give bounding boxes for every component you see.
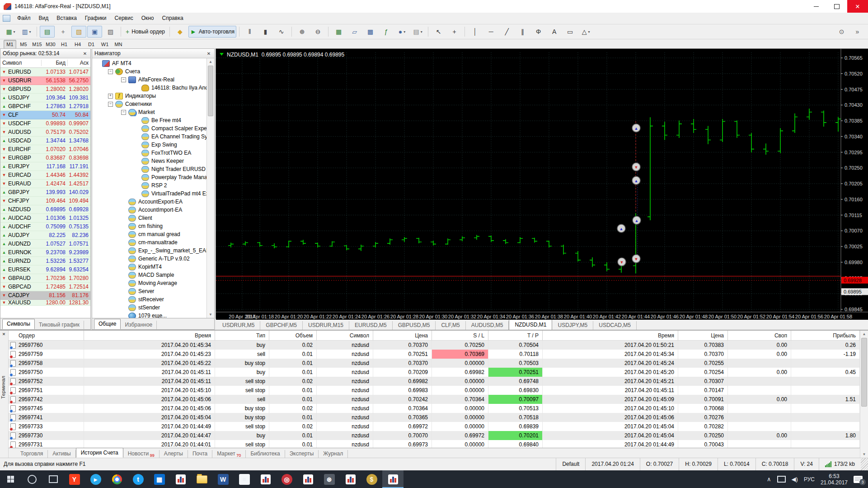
close-icon[interactable]: ✕ <box>82 51 88 56</box>
tree-item[interactable]: −Советники <box>92 100 206 108</box>
tree-item[interactable]: −Market <box>92 108 206 116</box>
symbol-row[interactable]: ▲EURJPY117.168117.191 <box>0 162 90 171</box>
zoom-out-button[interactable]: ⊖ <box>310 26 325 38</box>
new-chart-button[interactable]: ▦▾ <box>3 26 18 38</box>
symbol-row[interactable]: ▲EURNZD1.532261.53277 <box>0 257 90 265</box>
column-header[interactable]: Прибыль <box>791 331 860 341</box>
scrollbar-thumb[interactable] <box>208 66 213 116</box>
order-row[interactable]: 295977512017.04.20 01:45:10sell stop0.01… <box>9 386 860 395</box>
timeframe-m30[interactable]: M30 <box>44 40 57 49</box>
terminal-tab-библиотека[interactable]: Библиотека <box>246 450 285 458</box>
symbol-row[interactable]: ▼GBPUSD1.280021.28020 <box>0 85 90 94</box>
order-row[interactable]: 295977312017.04.20 01:44:01sell stop0.01… <box>9 440 860 448</box>
tray-chevron-icon[interactable]: ∧ <box>767 476 771 483</box>
symbol-row[interactable]: ▲AUDCHF0.750990.75135 <box>0 223 90 231</box>
menu-item[interactable]: Графики <box>81 13 111 24</box>
symbol-row[interactable]: ▼AUDUSD0.751790.75202 <box>0 128 90 137</box>
zoom-in-button[interactable]: ⊕ <box>295 26 310 38</box>
chart-tab[interactable]: GBPUSD,M5 <box>393 321 436 330</box>
grid-button[interactable]: ▦ <box>331 26 346 38</box>
close-icon[interactable]: ✕ <box>1 332 7 337</box>
timeframe-m1[interactable]: M1 <box>4 40 16 49</box>
tree-item[interactable]: Exp_-_Swing_market_5_EAPADPR <box>92 246 206 255</box>
tree-item[interactable]: Moving Average <box>92 279 206 287</box>
horizontal-line-button[interactable]: ─ <box>483 26 498 38</box>
terminal-tab-торговля[interactable]: Торговля <box>16 450 48 458</box>
tree-item[interactable]: Exp Swing <box>92 141 206 149</box>
text-label-button[interactable]: ▭ <box>563 26 577 38</box>
column-header[interactable]: Время▽ <box>84 331 215 341</box>
notepad-icon[interactable]: ≡ <box>234 470 255 488</box>
timeframe-h4[interactable]: H4 <box>71 40 84 49</box>
terminal-tab-почта[interactable]: Почта <box>188 450 212 458</box>
price-chart[interactable]: ▲▼▲▲▲▼▼0.705650.705200.704750.704300.703… <box>216 48 868 319</box>
tree-item[interactable]: VirtualTradePad mt4 Extra <box>92 190 206 198</box>
tree-item[interactable]: cm-manualtrade <box>92 238 206 246</box>
tree-item[interactable]: RSP 2 <box>92 181 206 190</box>
symbol-row[interactable]: ▲AUDNZD1.075271.07571 <box>0 240 90 248</box>
tree-item[interactable]: AF MT4 <box>92 59 206 67</box>
tree-item[interactable]: FoxTrotTWO EA <box>92 149 206 157</box>
tree-item[interactable]: EA Channel Trading System <box>92 133 206 141</box>
symbol-row[interactable]: ▲EURSEK9.628949.63254 <box>0 265 90 274</box>
tree-item[interactable]: stReceiver <box>92 295 206 303</box>
tree-item[interactable]: 1079 еще... <box>92 312 206 318</box>
terminal-tab-журнал[interactable]: Журнал <box>319 450 348 458</box>
mt4-1-icon[interactable] <box>170 470 191 488</box>
column-header[interactable]: Время <box>543 331 678 341</box>
tree-item[interactable]: cm manual gread <box>92 230 206 238</box>
cascade-windows-button[interactable]: ▱ <box>347 26 362 38</box>
tree-item[interactable]: Compact Scalper Expert Advi <box>92 124 206 133</box>
chart-tab[interactable]: GBPCHF,M5 <box>260 321 303 330</box>
bar-chart-button[interactable]: ‖ <box>242 26 257 38</box>
collapse-icon[interactable]: − <box>121 77 126 82</box>
chart-tab[interactable]: CLF,M5 <box>436 321 465 330</box>
timeframe-h1[interactable]: H1 <box>58 40 70 49</box>
timeframe-m5[interactable]: M5 <box>17 40 30 49</box>
tree-item[interactable]: Server <box>92 287 206 295</box>
column-header[interactable]: Цена <box>678 331 728 341</box>
symbol-row[interactable]: ▼EURCHF1.070201.07046 <box>0 145 90 154</box>
cortana-icon[interactable] <box>21 470 42 488</box>
candlestick-chart-button[interactable]: ▮ <box>258 26 273 38</box>
menu-item[interactable]: Файл <box>13 13 35 24</box>
menu-item[interactable]: Вид <box>35 13 53 24</box>
market-watch-toggle-button[interactable]: ▤ <box>40 26 55 38</box>
tree-item[interactable]: KopirMT4 <box>92 263 206 271</box>
metaquotes-community-button[interactable]: ◆ <box>173 26 188 38</box>
gold-coins-icon[interactable]: $ <box>361 470 382 488</box>
indicators-button[interactable]: ƒ <box>379 26 394 38</box>
chart-tab[interactable]: AUDUSD,M5 <box>466 321 509 330</box>
symbol-row[interactable]: ▲GBPCHF1.278631.27918 <box>0 102 90 111</box>
expand-icon[interactable]: + <box>108 94 113 99</box>
profile-name[interactable]: Default <box>556 458 585 470</box>
line-chart-button[interactable]: ∿ <box>274 26 289 38</box>
scroll-down-icon[interactable]: ▼ <box>207 311 214 318</box>
column-header[interactable]: T / P <box>488 331 543 341</box>
order-row[interactable]: 295977302017.04.20 01:44:47buy0.01nzdusd… <box>9 431 860 440</box>
timeframe-mn[interactable]: MN <box>112 40 125 49</box>
chrome-icon[interactable] <box>106 470 127 488</box>
column-header[interactable]: Своп <box>728 331 791 341</box>
close-button[interactable]: ✕ <box>847 0 868 13</box>
task-view-icon[interactable] <box>42 470 64 488</box>
collapse-icon[interactable]: − <box>108 69 113 74</box>
symbol-row[interactable]: ▼CHFJPY109.464109.494 <box>0 197 90 205</box>
templates-button[interactable]: ▤▾ <box>410 26 425 38</box>
terminal-tab-алерты[interactable]: Алерты <box>160 450 188 458</box>
action-center-icon[interactable]: 3 <box>854 476 863 483</box>
vertical-line-button[interactable]: │ <box>468 26 483 38</box>
cursor-button[interactable]: ↖ <box>431 26 446 38</box>
shapes-button[interactable]: △▾ <box>578 26 593 38</box>
language-indicator[interactable]: РУС <box>804 476 815 483</box>
maximize-button[interactable] <box>826 0 847 13</box>
terminal-tab-эксперты[interactable]: Эксперты <box>285 450 319 458</box>
order-row[interactable]: 295977582017.04.20 01:45:22buy stop0.01n… <box>9 359 860 368</box>
symbol-row[interactable]: ▼USDRUR56.153856.2750 <box>0 76 90 85</box>
search-button[interactable]: ⊙ <box>834 26 849 38</box>
symbol-row[interactable]: ▼EURGBP0.836870.83698 <box>0 154 90 162</box>
tree-item[interactable]: MACD Sample <box>92 271 206 279</box>
scrollbar-thumb[interactable] <box>861 338 867 407</box>
new-order-button[interactable]: +Новый ордер <box>124 26 167 38</box>
order-row[interactable]: 295977502017.04.20 01:45:11buy0.01nzdusd… <box>9 368 860 377</box>
